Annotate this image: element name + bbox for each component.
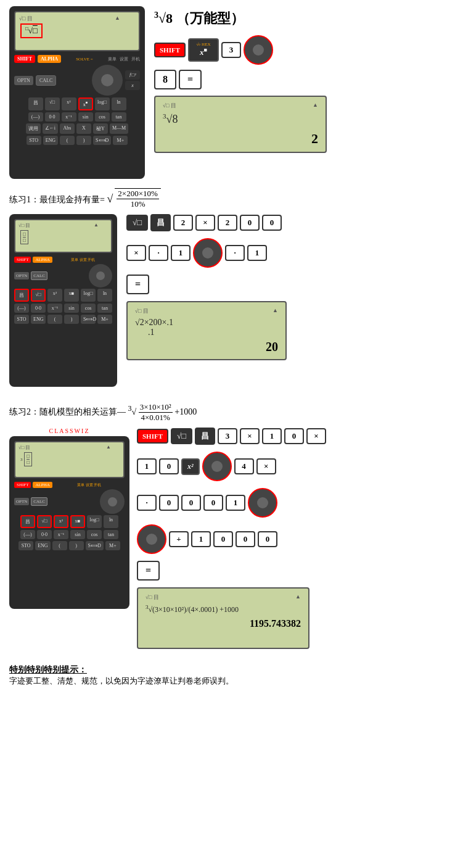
x2-button[interactable]: x² xyxy=(62,97,76,110)
key-0b-ex1[interactable]: 0 xyxy=(262,215,282,231)
neg-btn-ex2[interactable]: (—) xyxy=(20,530,35,539)
x2-btn-ex2[interactable]: x² xyxy=(54,515,68,528)
calc-ex2[interactable]: CALC xyxy=(31,497,47,506)
yx-button[interactable]: 秘Y xyxy=(93,123,108,134)
key-2a-ex1[interactable]: 2 xyxy=(173,215,193,231)
rp-btn-ex2[interactable]: ) xyxy=(69,541,84,550)
key-times2-ex1[interactable]: × xyxy=(126,245,146,261)
dots-btn-ex1[interactable]: 0·0 xyxy=(31,304,46,313)
key-0a-ex2[interactable]: 0 xyxy=(284,428,304,444)
key-eq-1[interactable]: = xyxy=(179,70,202,89)
dpad-ex1[interactable] xyxy=(89,264,112,287)
x2-btn-ex1[interactable]: x² xyxy=(47,289,62,302)
sqrt-btn-ex2[interactable]: √□ xyxy=(37,515,52,528)
eng-btn-ex2[interactable]: ENG xyxy=(35,541,50,550)
xn-btn-ex1[interactable]: x■ xyxy=(64,289,79,302)
sd-button[interactable]: S⟺D xyxy=(93,136,111,145)
key-eq-ex2[interactable]: = xyxy=(137,561,160,581)
sto-btn-ex1[interactable]: STO xyxy=(14,315,29,324)
fraction-button[interactable]: 昌 xyxy=(28,97,43,110)
key-frac-ex1[interactable]: 昌 xyxy=(150,214,171,231)
lparen-button[interactable]: ( xyxy=(60,136,75,145)
abs-button[interactable]: Abs xyxy=(60,123,75,134)
key-4-ex2[interactable]: 4 xyxy=(234,458,254,474)
key-1c-ex2[interactable]: 1 xyxy=(226,495,245,511)
sqrt-button[interactable]: √□ xyxy=(45,97,60,110)
key-3-ex2[interactable]: 3 xyxy=(218,428,237,444)
eng-button[interactable]: ENG xyxy=(43,136,58,145)
optn-ex2[interactable]: OPTN xyxy=(14,498,29,505)
x-button-1[interactable]: x xyxy=(125,81,140,90)
key-times3-ex2[interactable]: × xyxy=(256,458,276,474)
ln-btn-ex1[interactable]: ln xyxy=(97,289,112,302)
calc-button[interactable]: CALC xyxy=(36,75,56,86)
mp-btn-ex2[interactable]: M+ xyxy=(105,541,120,550)
key-dpad3-ex2[interactable] xyxy=(137,524,166,554)
shift-button-1[interactable]: SHIFT xyxy=(14,55,35,63)
lp-btn-ex1[interactable]: ( xyxy=(47,315,62,324)
key-shift-ex2[interactable]: SHIFT xyxy=(137,429,168,444)
dpad-ex2[interactable] xyxy=(100,489,125,514)
sin-button[interactable]: sin xyxy=(78,112,93,122)
cos-button[interactable]: cos xyxy=(95,112,110,122)
sto-btn-ex2[interactable]: STO xyxy=(18,541,33,550)
rparen-button[interactable]: ) xyxy=(76,136,91,145)
key-times1-ex1[interactable]: × xyxy=(195,215,215,231)
key-0e-ex2[interactable]: 0 xyxy=(203,495,223,511)
key-times2-ex2[interactable]: × xyxy=(306,428,326,444)
key-times1-ex2[interactable]: × xyxy=(240,428,260,444)
key-1a-ex1[interactable]: 1 xyxy=(171,245,191,261)
dots-button[interactable]: 0·0 xyxy=(45,112,60,122)
key-1b-ex2[interactable]: 1 xyxy=(137,458,157,474)
tan-btn-ex2[interactable]: tan xyxy=(104,530,118,539)
cos-btn-ex2[interactable]: cos xyxy=(87,530,102,539)
recall-button[interactable]: 调用 xyxy=(26,123,41,134)
alpha-ex1[interactable]: ALPHA xyxy=(33,257,52,263)
alpha-ex2[interactable]: ALPHA xyxy=(33,482,52,488)
shift-ex1[interactable]: SHIFT xyxy=(14,257,31,263)
ln-button[interactable]: ln xyxy=(112,97,126,110)
xn-button[interactable]: x■ xyxy=(78,97,93,110)
xinv-button[interactable]: x⁻¹ xyxy=(62,112,76,122)
key-dpad2-ex2[interactable] xyxy=(248,488,277,518)
key-0f-ex2[interactable]: 0 xyxy=(213,531,233,547)
xinv-btn-ex2[interactable]: x⁻¹ xyxy=(54,530,68,539)
key-dpad1-ex2[interactable] xyxy=(202,452,232,481)
func-button-1[interactable]: ƒ□² xyxy=(125,70,140,80)
sin-btn-ex2[interactable]: sin xyxy=(70,530,85,539)
sd-btn-ex1[interactable]: S⟺D xyxy=(81,315,96,324)
tan-btn-ex1[interactable]: tan xyxy=(97,304,112,313)
key-dpad-ex1[interactable] xyxy=(193,238,223,268)
key-shift-1[interactable]: SHIFT xyxy=(154,43,186,57)
dpad-1[interactable] xyxy=(92,65,123,96)
alpha-button-1[interactable]: ALPHA xyxy=(38,55,61,63)
shift-ex2[interactable]: SHIFT xyxy=(14,482,31,488)
log-btn-ex1[interactable]: log□ xyxy=(81,289,96,302)
key-0g-ex2[interactable]: 0 xyxy=(236,531,255,547)
eng-btn-ex1[interactable]: ENG xyxy=(31,315,46,324)
key-dot-ex2[interactable]: · xyxy=(137,495,157,511)
tan-button[interactable]: tan xyxy=(112,112,126,122)
key-0c-ex2[interactable]: 0 xyxy=(159,495,179,511)
ln-btn-ex2[interactable]: ln xyxy=(104,515,118,528)
key-1a-ex2[interactable]: 1 xyxy=(262,428,282,444)
key-frac-ex2[interactable]: 昌 xyxy=(195,428,215,445)
dots-btn-ex2[interactable]: 0·0 xyxy=(37,530,52,539)
sqrt-btn-ex1[interactable]: √□ xyxy=(31,289,46,302)
frac-btn-ex2[interactable]: 昌 xyxy=(20,515,35,528)
log-button[interactable]: log□ xyxy=(95,97,110,110)
mp-btn-ex1[interactable]: M+ xyxy=(97,315,112,324)
neg-button[interactable]: (—) xyxy=(28,112,43,122)
key-1d-ex2[interactable]: 1 xyxy=(191,531,211,547)
key-8-1[interactable]: 8 xyxy=(154,70,176,89)
angle-button[interactable]: ∠←i xyxy=(43,123,58,134)
key-1b-ex1[interactable]: 1 xyxy=(247,245,267,261)
key-dot1-ex1[interactable]: · xyxy=(149,245,168,261)
key-2b-ex1[interactable]: 2 xyxy=(218,215,237,231)
key-dot2-ex1[interactable]: · xyxy=(225,245,245,261)
optn-button[interactable]: OPTN xyxy=(14,76,33,85)
key-xn-1[interactable]: √₀ HEX x■ xyxy=(188,38,219,61)
calc-ex1[interactable]: CALC xyxy=(31,271,47,280)
sto-button[interactable]: STO xyxy=(27,136,41,145)
mm-button[interactable]: M—M xyxy=(110,123,128,134)
